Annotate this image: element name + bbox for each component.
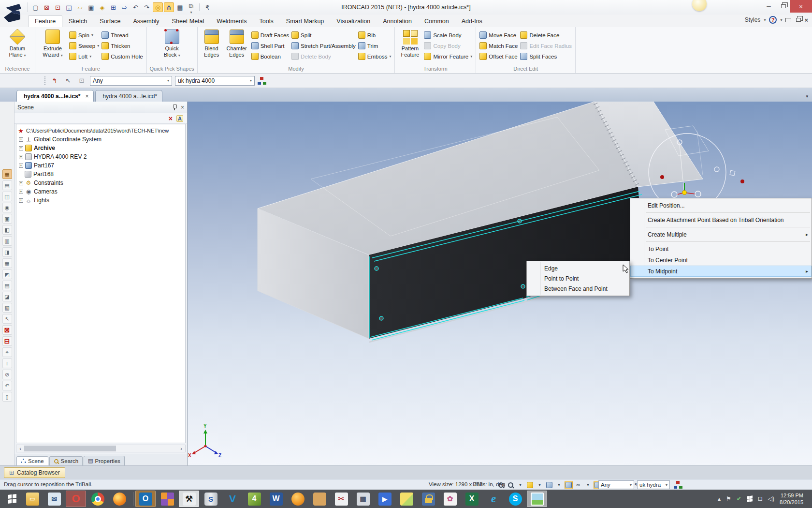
taskbar-internet-explorer-icon[interactable]: e (483, 491, 504, 507)
close-document-icon[interactable]: × (804, 16, 808, 24)
tree-item-lights[interactable]: + ☼ Lights (17, 196, 184, 205)
select-cursor-icon[interactable]: ↖ (63, 76, 73, 86)
minimize-button[interactable]: ─ (762, 0, 776, 13)
scale-body-button[interactable]: Scale Body (424, 30, 472, 40)
menu-item-create-multiple[interactable]: Create Multiple ▸ (630, 229, 812, 240)
select-command-icon[interactable]: ↰ (49, 76, 60, 86)
taskbar-media-player-icon[interactable]: ▶ (375, 491, 395, 507)
safety-update-icon[interactable]: ✔ (737, 495, 741, 502)
expand-icon[interactable]: + (19, 190, 23, 194)
taskbar-bakery-app-icon[interactable] (309, 491, 330, 507)
delete-face-button[interactable]: Delete Face (520, 30, 572, 40)
tree-item-global-coordinate-system[interactable]: + ⊥ Global Coordinate System (17, 135, 184, 144)
emboss-button[interactable]: Emboss▾ (358, 52, 392, 61)
tree-item-cameras[interactable]: + ◉ Cameras (17, 187, 184, 196)
taskbar-sticky-notes-icon[interactable] (396, 491, 417, 507)
shaded-view-icon[interactable] (526, 481, 534, 489)
tab-scene[interactable]: Scene (16, 456, 48, 465)
menu-item-create-attachment-point[interactable]: Create Attachment Point Based on Triball… (630, 214, 812, 225)
volume-icon[interactable]: ◁) (768, 495, 774, 502)
catalog-search-input[interactable]: uk hydra 4000▾ (175, 76, 255, 86)
tab-weldments[interactable]: Weldments (210, 16, 253, 27)
tool-icon[interactable]: ⊟ (2, 336, 12, 346)
tree-item-hydra-4000-rev-2[interactable]: + HYDRA 4000 REV 2 (17, 152, 184, 161)
triball-toggle-icon[interactable]: ◎ (153, 2, 163, 12)
tool-icon[interactable]: ⊘ (2, 370, 12, 379)
tray-expand-icon[interactable]: ▴ (718, 495, 721, 502)
tool-icon[interactable]: ◨ (2, 247, 12, 257)
tab-list-chevron-icon[interactable]: ▾ (806, 94, 808, 99)
taskbar-password-manager-icon[interactable] (418, 491, 438, 507)
tool-icon[interactable]: ↖ (2, 314, 12, 324)
split-faces-button[interactable]: Split Faces (520, 52, 572, 61)
offset-face-button[interactable]: Offset Face (479, 52, 518, 61)
scrollbar-thumb[interactable] (24, 446, 116, 451)
taskbar-file-explorer-icon[interactable]: ▭ (22, 491, 43, 507)
tab-close-icon[interactable]: × (85, 93, 88, 100)
rib-button[interactable]: Rib (358, 30, 392, 40)
taskbar-clock[interactable]: 12:59 PM 8/20/2015 (780, 492, 806, 506)
toolbar-overflow-icon[interactable]: ₹ (203, 2, 213, 12)
new-scene-icon[interactable]: ▢ (30, 2, 41, 12)
draft-faces-button[interactable]: Draft Faces (251, 30, 289, 40)
expand-icon[interactable]: + (19, 155, 23, 159)
split-button[interactable]: Split (291, 30, 356, 40)
viewport-3d[interactable]: Y X Z (188, 102, 812, 465)
tab-properties[interactable]: ▤Properties (84, 456, 125, 465)
boolean-button[interactable]: Boolean (251, 52, 289, 61)
tool-icon[interactable]: ▦ (2, 169, 12, 179)
tab-annotation[interactable]: Annotation (377, 16, 418, 27)
tool-icon[interactable]: ▯ (2, 392, 12, 402)
taskbar-firefox-icon[interactable] (109, 491, 130, 507)
document-tab-active[interactable]: hydra 4000 a...le.ics* × (16, 90, 94, 102)
taskbar-snipping-tool-icon[interactable]: ✂ (331, 491, 351, 507)
mirror-feature-button[interactable]: Mirror Feature▾ (424, 52, 472, 61)
stretch-part-button[interactable]: Stretch Part/Assembly (291, 41, 356, 50)
menu-item-to-center-point[interactable]: To Center Point (630, 254, 812, 266)
move-face-button[interactable]: Move Face (479, 30, 518, 40)
sweep-button[interactable]: Sweep▾ (69, 41, 99, 50)
open-part-red-icon[interactable]: ⊠ (42, 2, 52, 12)
tool-icon[interactable]: ▤ (2, 180, 12, 190)
expand-icon[interactable]: + (19, 198, 23, 203)
taskbar-fruit-app-icon[interactable] (288, 491, 308, 507)
taskbar-outlook-icon[interactable]: O (135, 491, 156, 507)
tool-icon[interactable]: ◩ (2, 269, 12, 279)
expand-icon[interactable]: + (19, 137, 23, 142)
tree-item-archive[interactable]: + Archive (17, 144, 184, 152)
tab-assembly[interactable]: Assembly (127, 16, 165, 27)
expand-icon[interactable]: + (19, 164, 23, 168)
delete-body-button[interactable]: Delete Body (291, 52, 356, 61)
panel-close-icon[interactable]: × (181, 104, 184, 111)
save-icon[interactable]: ▣ (86, 2, 96, 12)
menu-item-edge[interactable]: Edge (527, 263, 629, 273)
zoom-out-icon[interactable] (507, 481, 515, 489)
menu-item-between-face-and-point[interactable]: Between Face and Point (527, 284, 629, 294)
tab-sheet-metal[interactable]: Sheet Metal (166, 16, 211, 27)
blend-edges-button[interactable]: Blend Edges (201, 29, 222, 66)
tool-icon[interactable]: ◉ (2, 203, 12, 212)
selection-filter-dropdown[interactable]: Any▾ (90, 76, 172, 86)
taskbar-component-app-icon[interactable] (157, 491, 177, 507)
minimize-ribbon-icon[interactable] (785, 18, 791, 22)
chevron-down-icon[interactable]: ▾ (536, 481, 544, 489)
sort-tree-icon[interactable]: A (176, 115, 183, 122)
extrude-wizard-button[interactable]: Extrude Wizard ▾ (39, 29, 67, 66)
taskbar-chrome-icon[interactable] (87, 491, 108, 507)
taskbar-mail-icon[interactable]: ✉ (44, 491, 64, 507)
help-icon[interactable]: ? (769, 16, 777, 24)
open-part-blue-icon[interactable]: ⊡ (53, 2, 63, 12)
menu-item-edit-position[interactable]: Edit Position... (630, 200, 812, 211)
tab-surface[interactable]: Surface (93, 16, 127, 27)
taskbar-photo-viewer-icon[interactable] (527, 491, 547, 507)
tab-visualization[interactable]: Visualization (330, 16, 377, 27)
tool-icon[interactable]: ↕ (2, 359, 12, 368)
tool-icon[interactable]: ◪ (2, 292, 12, 301)
undo-icon[interactable]: ↶ (130, 2, 141, 12)
help-dropdown-arrow-icon[interactable]: ▾ (780, 18, 782, 22)
loft-button[interactable]: Loft▾ (69, 52, 99, 61)
properties-list-icon[interactable]: ▤ (175, 2, 185, 12)
status-filter-dropdown[interactable]: Any▾ (598, 480, 634, 489)
close-button[interactable]: × (790, 0, 812, 13)
tab-search[interactable]: Search (49, 456, 83, 465)
